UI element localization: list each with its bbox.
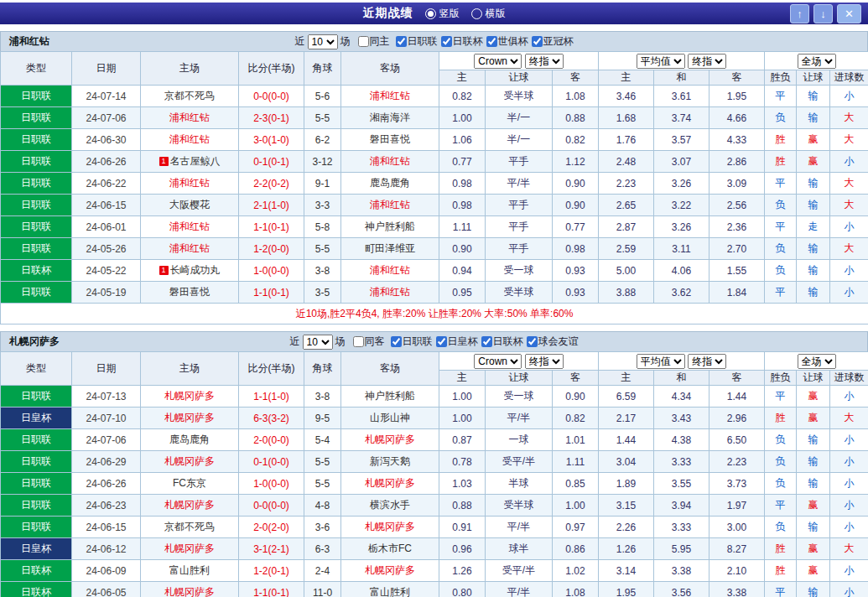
same-venue-checkbox[interactable] — [353, 336, 364, 347]
league-filter-checkbox[interactable] — [391, 336, 402, 347]
away-team[interactable]: 浦和红钻 — [370, 155, 410, 167]
away-team[interactable]: 札幌冈萨多 — [365, 477, 415, 489]
move-down-button[interactable]: ↓ — [813, 4, 833, 23]
league-filter[interactable]: 日职联 — [396, 34, 438, 49]
home-cell[interactable]: 浦和红钻 — [141, 173, 239, 195]
away-cell[interactable]: 札幌冈萨多 — [341, 429, 439, 451]
home-team[interactable]: 札幌冈萨多 — [164, 542, 215, 554]
match-row[interactable]: 日职联 24-07-13 札幌冈萨多 1-1(1-0) 3-8 神户胜利船 1.… — [1, 386, 868, 408]
home-cell[interactable]: 京都不死鸟 — [141, 517, 239, 538]
match-row[interactable]: 日职联 24-06-26 FC东京 1-0(0-0) 5-5 札幌冈萨多 1.0… — [1, 473, 868, 495]
home-cell[interactable]: 磐田喜悦 — [141, 282, 239, 304]
league-filter[interactable]: 球会友谊 — [527, 335, 579, 349]
bookmaker-select[interactable]: Crown — [474, 354, 522, 369]
away-cell[interactable]: 町田泽维亚 — [341, 238, 439, 260]
away-cell[interactable]: 山形山神 — [341, 408, 439, 429]
home-cell[interactable]: 1名古屋鲸八 — [141, 151, 239, 173]
final-odds-select-2[interactable]: 终指 — [688, 54, 726, 69]
home-team[interactable]: 浦和红钻 — [169, 133, 210, 145]
home-team[interactable]: 鹿岛鹿角 — [169, 433, 210, 445]
home-cell[interactable]: 浦和红钻 — [141, 238, 239, 260]
match-row[interactable]: 日职联 24-07-06 鹿岛鹿角 2-0(0-0) 5-4 札幌冈萨多 0.8… — [1, 429, 868, 451]
home-team[interactable]: 札幌冈萨多 — [164, 499, 215, 511]
home-team[interactable]: 札幌冈萨多 — [164, 390, 215, 402]
home-team[interactable]: 京都不死鸟 — [164, 90, 215, 101]
home-team[interactable]: 浦和红钻 — [169, 112, 210, 123]
away-cell[interactable]: 浦和红钻 — [341, 260, 439, 282]
home-cell[interactable]: 札幌冈萨多 — [141, 495, 239, 517]
home-team[interactable]: 浦和红钻 — [169, 177, 210, 189]
away-cell[interactable]: 浦和红钻 — [341, 282, 439, 304]
home-cell[interactable]: 浦和红钻 — [141, 129, 239, 151]
away-cell[interactable]: 札幌冈萨多 — [341, 560, 439, 582]
away-team[interactable]: 栃木市FC — [368, 542, 412, 554]
away-cell[interactable]: 浦和红钻 — [341, 195, 439, 216]
final-odds-select-2[interactable]: 终指 — [688, 354, 726, 369]
match-row[interactable]: 日职联 24-06-26 1名古屋鲸八 0-1(0-1) 3-12 浦和红钻 0… — [1, 151, 868, 173]
away-team[interactable]: 札幌冈萨多 — [365, 433, 415, 445]
away-cell[interactable]: 富山胜利 — [341, 582, 439, 597]
league-filter[interactable]: 日皇杯 — [436, 335, 478, 349]
home-cell[interactable]: 1长崎成功丸 — [141, 260, 239, 282]
league-filter[interactable]: 日联杯 — [441, 34, 483, 49]
close-button[interactable]: ✕ — [837, 4, 861, 23]
away-cell[interactable]: 新泻天鹅 — [341, 451, 439, 473]
league-filter[interactable]: 世俱杯 — [486, 34, 528, 49]
home-team[interactable]: 札幌冈萨多 — [164, 455, 215, 467]
away-team[interactable]: 新泻天鹅 — [370, 455, 410, 467]
final-odds-select[interactable]: 终指 — [525, 354, 564, 369]
home-cell[interactable]: 浦和红钻 — [141, 216, 239, 238]
match-row[interactable]: 日皇杯 24-06-12 札幌冈萨多 3-1(2-1) 6-3 栃木市FC 0.… — [1, 538, 868, 560]
league-filter[interactable]: 日职联 — [391, 335, 433, 349]
match-row[interactable]: 日职联 24-06-01 浦和红钻 1-1(0-1) 5-8 神户胜利船 1.1… — [1, 216, 868, 238]
home-cell[interactable]: 札幌冈萨多 — [141, 538, 239, 560]
away-team[interactable]: 湘南海洋 — [370, 112, 410, 123]
home-cell[interactable]: 大阪樱花 — [141, 195, 239, 216]
away-cell[interactable]: 札幌冈萨多 — [341, 473, 439, 495]
away-cell[interactable]: 磐田喜悦 — [341, 129, 439, 151]
league-filter-checkbox[interactable] — [481, 336, 492, 347]
match-row[interactable]: 日职联 24-06-15 京都不死鸟 2-0(2-0) 3-6 札幌冈萨多 0.… — [1, 517, 868, 538]
home-cell[interactable]: 京都不死鸟 — [141, 86, 239, 107]
average-select[interactable]: 平均值 — [637, 54, 685, 69]
home-team[interactable]: 富山胜利 — [169, 564, 210, 576]
move-up-button[interactable]: ↑ — [790, 4, 809, 23]
away-cell[interactable]: 湘南海洋 — [341, 107, 439, 129]
match-row[interactable]: 日职联 24-06-30 浦和红钻 3-0(1-0) 6-2 磐田喜悦 1.06… — [1, 129, 868, 151]
league-filter-checkbox[interactable] — [396, 36, 407, 47]
home-team[interactable]: 磐田喜悦 — [169, 286, 210, 298]
average-select[interactable]: 平均值 — [637, 354, 685, 369]
away-team[interactable]: 磐田喜悦 — [370, 133, 410, 145]
layout-radio-horizontal[interactable]: 横版 — [471, 7, 506, 21]
bookmaker-select[interactable]: Crown — [474, 54, 522, 69]
home-team[interactable]: 大阪樱花 — [169, 199, 210, 210]
match-row[interactable]: 日职联 24-06-15 大阪樱花 2-1(1-0) 3-3 浦和红钻 0.98… — [1, 195, 868, 216]
home-cell[interactable]: FC东京 — [141, 473, 239, 495]
home-team[interactable]: 名古屋鲸八 — [170, 155, 221, 167]
match-row[interactable]: 日职联 24-06-23 札幌冈萨多 0-0(0-0) 4-8 横滨水手 0.8… — [1, 495, 868, 517]
final-odds-select[interactable]: 终指 — [525, 54, 564, 69]
league-filter[interactable]: 亚冠杯 — [532, 34, 574, 49]
layout-radio-vertical[interactable]: 竖版 — [425, 7, 460, 21]
league-filter-checkbox[interactable] — [527, 336, 538, 347]
same-venue-toggle[interactable]: 同客 — [353, 335, 385, 349]
home-cell[interactable]: 鹿岛鹿角 — [141, 429, 239, 451]
home-team[interactable]: 浦和红钻 — [169, 242, 210, 254]
near-count-select[interactable]: 10 — [303, 335, 333, 350]
match-row[interactable]: 日职联 24-06-29 札幌冈萨多 0-1(0-0) 5-5 新泻天鹅 0.7… — [1, 451, 868, 473]
away-team[interactable]: 浦和红钻 — [370, 90, 410, 101]
match-row[interactable]: 日职联 24-07-06 浦和红钻 2-3(0-1) 5-5 湘南海洋 1.00… — [1, 107, 868, 129]
home-team[interactable]: 长崎成功丸 — [170, 264, 221, 276]
match-row[interactable]: 日皇杯 24-07-10 札幌冈萨多 6-3(3-2) 9-5 山形山神 1.0… — [1, 408, 868, 429]
home-cell[interactable]: 札幌冈萨多 — [141, 451, 239, 473]
away-cell[interactable]: 横滨水手 — [341, 495, 439, 517]
match-row[interactable]: 日职联 24-05-26 浦和红钻 1-2(0-0) 5-5 町田泽维亚 0.9… — [1, 238, 868, 260]
match-row[interactable]: 日联杯 24-06-05 札幌冈萨多 1-1(0-1) 11-0 富山胜利 0.… — [1, 582, 868, 597]
away-team[interactable]: 神户胜利船 — [365, 390, 415, 402]
league-filter-checkbox[interactable] — [486, 36, 497, 47]
away-cell[interactable]: 札幌冈萨多 — [341, 517, 439, 538]
away-team[interactable]: 富山胜利 — [370, 586, 410, 597]
away-team[interactable]: 横滨水手 — [370, 499, 410, 511]
match-row[interactable]: 日联杯 24-05-22 1长崎成功丸 1-0(0-0) 3-8 浦和红钻 0.… — [1, 260, 868, 282]
home-cell[interactable]: 札幌冈萨多 — [141, 408, 239, 429]
